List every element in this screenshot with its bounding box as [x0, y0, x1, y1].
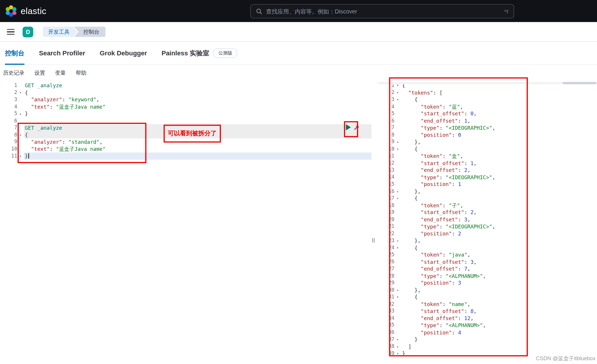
code-text: "start_offset": 3, — [401, 258, 597, 265]
fold-toggle-icon[interactable]: ▴ — [394, 138, 401, 145]
code-line-6: 6 — [0, 117, 372, 124]
code-line-14: 14 "type": "<IDEOGRAPHIC>", — [377, 174, 597, 181]
tab-console[interactable]: 控制台 — [5, 42, 25, 64]
code-line-3: 3 "analyzer": "keyword", — [0, 96, 372, 103]
fold-toggle-icon[interactable]: ▾ — [394, 244, 401, 251]
code-line-1: 1GET _analyze — [0, 82, 372, 89]
code-text: { — [24, 89, 372, 96]
code-text: }, — [401, 188, 597, 195]
line-number: 4 — [0, 103, 17, 110]
line-number: 3 — [377, 96, 394, 103]
fold-toggle-icon[interactable]: ▴ — [394, 286, 401, 293]
elastic-logo[interactable]: elastic — [0, 5, 46, 17]
code-line-16: 16▴ }, — [377, 188, 597, 195]
line-number: 12 — [377, 160, 394, 167]
request-editor[interactable]: 1GET _analyze2▾{3 "analyzer": "keyword",… — [0, 82, 372, 160]
code-line-2: 2▾ "tokens": [ — [377, 89, 597, 96]
fold-toggle-icon[interactable]: ▾ — [17, 89, 24, 96]
code-text: { — [401, 146, 597, 153]
code-text: }, — [401, 138, 597, 145]
breadcrumb: 开发工具 控制台 — [43, 27, 106, 37]
code-line-28: 28 "type": "<ALPHANUM>", — [377, 272, 597, 279]
fold-gutter — [394, 124, 401, 131]
response-viewer[interactable]: 1▾{2▾ "tokens": [3▾ {4 "token": "蓝",5 "s… — [377, 82, 597, 357]
fold-gutter — [394, 216, 401, 223]
line-number: 31 — [377, 293, 394, 300]
kibana-dev-tools-page: elastic ^/ D 开发工具 控制台 控制台 Search Profile… — [0, 0, 597, 364]
response-scrollbar[interactable] — [377, 82, 597, 84]
send-request-button[interactable] — [346, 124, 351, 130]
code-line-31: 31▾ { — [377, 293, 597, 300]
fold-toggle-icon[interactable]: ▾ — [17, 131, 24, 138]
wrench-icon[interactable] — [353, 124, 360, 130]
code-line-7: 7 "type": "<IDEOGRAPHIC>", — [377, 124, 597, 131]
line-number: 11 — [377, 153, 394, 160]
global-search-input[interactable] — [266, 8, 501, 14]
line-number: 10 — [0, 146, 17, 153]
console-menu: 历史记录 设置 变量 帮助 — [0, 70, 86, 76]
code-line-15: 15 "position": 1 — [377, 181, 597, 188]
code-text: ] — [401, 343, 597, 350]
line-number: 9 — [377, 138, 394, 145]
code-line-30: 30▴ }, — [377, 286, 597, 293]
code-text: }, — [401, 237, 597, 244]
menu-help[interactable]: 帮助 — [76, 70, 86, 76]
code-line-18: 18 "token": "子", — [377, 202, 597, 209]
code-text: "token": "name", — [401, 300, 597, 307]
line-number: 4 — [377, 103, 394, 110]
line-number: 8 — [0, 131, 17, 138]
menu-history[interactable]: 历史记录 — [3, 70, 24, 76]
fold-gutter — [17, 96, 24, 103]
fold-toggle-icon[interactable]: ▴ — [394, 350, 401, 357]
code-line-5: 5▴} — [0, 110, 372, 117]
breadcrumb-console[interactable]: 控制台 — [74, 27, 106, 37]
menu-variables[interactable]: 变量 — [55, 70, 66, 76]
code-line-5: 5 "start_offset": 0, — [377, 110, 597, 117]
line-number: 9 — [0, 138, 17, 145]
fold-toggle-icon[interactable]: ▴ — [394, 188, 401, 195]
fold-gutter — [394, 167, 401, 174]
fold-toggle-icon[interactable]: ▴ — [394, 237, 401, 244]
fold-toggle-icon[interactable]: ▾ — [394, 293, 401, 300]
menu-settings[interactable]: 设置 — [34, 70, 45, 76]
code-text: "token": "子", — [401, 202, 597, 209]
fold-toggle-icon[interactable]: ▴ — [17, 153, 24, 160]
global-search[interactable]: ^/ — [250, 4, 514, 18]
fold-gutter — [394, 279, 401, 286]
code-text: } — [401, 336, 597, 343]
fold-gutter — [394, 265, 401, 272]
fold-toggle-icon[interactable]: ▴ — [17, 110, 24, 117]
code-line-6: 6 "end_offset": 1, — [377, 117, 597, 124]
code-line-7: 7GET _analyze — [0, 124, 372, 131]
code-text: "end_offset": 1, — [401, 117, 597, 124]
code-text: "token": "java", — [401, 251, 597, 258]
panel-resize-handle[interactable]: || — [372, 237, 375, 243]
fold-toggle-icon[interactable]: ▾ — [394, 146, 401, 153]
line-number: 18 — [377, 202, 394, 209]
tab-search-profiler[interactable]: Search Profiler — [39, 42, 85, 64]
tab-painless-lab[interactable]: Painless 实验室 公测版 — [161, 42, 237, 64]
code-text: "end_offset": 7, — [401, 265, 597, 272]
fold-toggle-icon[interactable]: ▾ — [394, 89, 401, 96]
response-scrollbar-thumb[interactable] — [563, 82, 596, 84]
fold-toggle-icon[interactable]: ▴ — [394, 336, 401, 343]
code-text: { — [401, 195, 597, 202]
tab-grok-debugger[interactable]: Grok Debugger — [100, 42, 147, 64]
code-text: } — [24, 110, 372, 117]
line-number: 19 — [377, 209, 394, 216]
fold-toggle-icon[interactable]: ▾ — [394, 195, 401, 202]
code-line-11: 11 "token": "盒", — [377, 153, 597, 160]
line-number: 24 — [377, 244, 394, 251]
code-text: "start_offset": 2, — [401, 209, 597, 216]
code-text: "tokens": [ — [401, 89, 597, 96]
line-number: 26 — [377, 258, 394, 265]
space-avatar[interactable]: D — [23, 26, 33, 37]
menu-icon[interactable] — [7, 29, 14, 35]
line-number: 36 — [377, 329, 394, 336]
fold-toggle-icon[interactable]: ▴ — [394, 343, 401, 350]
line-number: 34 — [377, 315, 394, 322]
breadcrumb-dev-tools[interactable]: 开发工具 — [43, 27, 77, 37]
line-number: 15 — [377, 181, 394, 188]
tab-painless-lab-label: Painless 实验室 — [161, 49, 209, 58]
fold-toggle-icon[interactable]: ▾ — [394, 96, 401, 103]
